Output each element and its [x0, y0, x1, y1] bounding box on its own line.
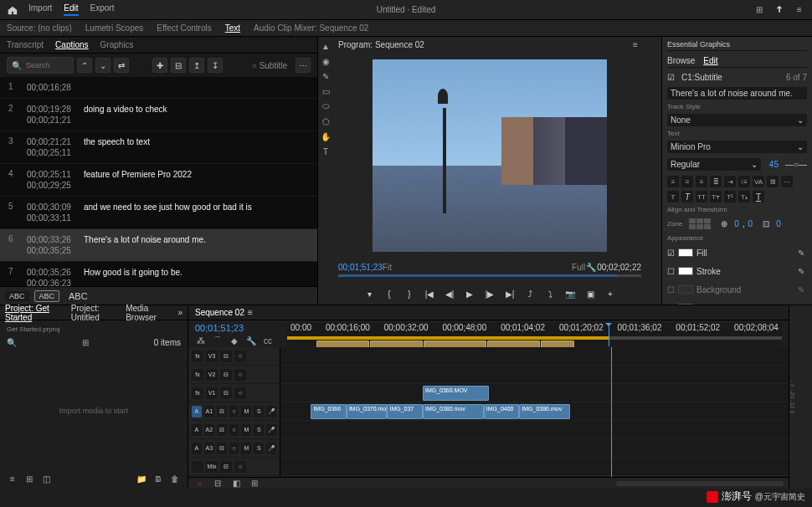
font-size[interactable]: 45: [769, 160, 779, 169]
tab-export[interactable]: Export: [90, 3, 115, 16]
caption-row[interactable]: 600;00;33;2600;00;35;25There's a lot of …: [0, 229, 317, 262]
ellipse-tool-icon[interactable]: ⬭: [320, 100, 331, 112]
caption-search[interactable]: 🔍: [7, 57, 74, 74]
faux-italic-icon[interactable]: T: [681, 191, 693, 202]
bg-swatch[interactable]: [678, 285, 693, 294]
export-frame-icon[interactable]: 📷: [563, 287, 577, 300]
tracking-icon[interactable]: VA: [753, 176, 764, 187]
shadow-eyedrop-icon[interactable]: ✎: [795, 302, 807, 305]
shadow-check[interactable]: ☑: [667, 304, 675, 305]
list-icon[interactable]: ⁝≡: [738, 176, 750, 187]
eg-tab-browse[interactable]: Browse: [667, 56, 695, 65]
track-lane-A1[interactable]: IMG_0366IMG_0370.movIMG_037IMG_0380.movI…: [280, 402, 789, 421]
track-lane-A3[interactable]: [280, 439, 789, 458]
mark-out-icon[interactable]: }: [403, 287, 416, 300]
tab-transcript[interactable]: Transcript: [7, 40, 44, 49]
play-icon[interactable]: ▶: [463, 287, 476, 300]
fill-eyedrop-icon[interactable]: ✎: [795, 247, 807, 259]
time-ruler[interactable]: 00:0000;00;16;0000;00;32;0000;00;48;0000…: [287, 323, 782, 346]
caption-row[interactable]: 400;00;25;1100;00;29;25feature of Premie…: [0, 164, 317, 197]
program-menu-icon[interactable]: ≡: [630, 38, 641, 50]
track-header-V2[interactable]: fxV2⊟○: [188, 366, 280, 384]
proj-tab-2[interactable]: Project: Untitled: [71, 304, 117, 322]
font-style-select[interactable]: Regular⌄: [667, 158, 761, 171]
mark-in-icon[interactable]: {: [383, 287, 396, 300]
clip[interactable]: IMG_0360.MOV: [423, 386, 489, 401]
prev-btn[interactable]: ⌃: [77, 58, 92, 73]
snap-icon[interactable]: ⁂: [195, 335, 207, 346]
btn-plus-icon[interactable]: +: [604, 287, 617, 300]
pos-y[interactable]: 0: [748, 219, 753, 228]
track-header-A2[interactable]: AA2⊟○MS🎤: [188, 421, 280, 439]
pen-tool-icon[interactable]: ✎: [320, 70, 331, 82]
home-icon[interactable]: [7, 4, 18, 16]
caption-row[interactable]: 700;00;35;2600;00;36;23How good is it go…: [0, 262, 317, 286]
track-header-V1[interactable]: fxV1⊟○: [188, 384, 280, 402]
smallcaps-icon[interactable]: Tᴛ: [710, 191, 722, 202]
timeline-timecode[interactable]: 00;01;51;23: [195, 323, 280, 333]
freeform-icon[interactable]: ◫: [40, 473, 52, 484]
align-center-icon[interactable]: ≡: [681, 176, 693, 187]
program-monitor[interactable]: [373, 59, 607, 252]
stroke-swatch[interactable]: [678, 267, 693, 275]
comparison-icon[interactable]: ▣: [583, 287, 597, 300]
list-view-icon[interactable]: ≡: [7, 473, 18, 484]
align-justify-icon[interactable]: ≣: [710, 176, 722, 187]
selection-tool-icon[interactable]: ▲: [320, 40, 331, 52]
track-lane-V2[interactable]: [280, 366, 789, 384]
bg-eyedrop-icon[interactable]: ✎: [795, 284, 807, 295]
bg-check[interactable]: ☐: [667, 285, 675, 294]
track-header-V3[interactable]: fxV3⊟○: [188, 347, 280, 366]
caption-row[interactable]: 300;00;21;2100;00;25;11the speech to tex…: [0, 131, 317, 164]
align-right-icon[interactable]: ≡: [696, 176, 707, 187]
zone-grid[interactable]: [689, 218, 711, 229]
type-tool-icon[interactable]: T: [320, 146, 331, 157]
caption-row[interactable]: 500;00;30;0900;00;33;11and we need to se…: [0, 197, 317, 229]
merge-up-btn[interactable]: ↥: [189, 58, 204, 73]
clip[interactable]: IMG_0386.mov: [519, 404, 570, 419]
hand-direct-icon[interactable]: ◉: [320, 55, 331, 67]
tl-tool2-icon[interactable]: ◧: [230, 478, 242, 489]
abc-2[interactable]: ABC: [34, 290, 60, 302]
new-bin-icon[interactable]: 📁: [136, 473, 147, 484]
playhead-ruler[interactable]: [609, 323, 609, 346]
underline-icon[interactable]: T: [753, 191, 764, 202]
caption-menu-btn[interactable]: ⋯: [296, 58, 311, 73]
current-timecode[interactable]: 00;01;51;23: [338, 263, 383, 272]
caption-row[interactable]: 200;00;19;2800;00;21;21doing a video to …: [0, 99, 317, 131]
shadow-swatch[interactable]: [678, 304, 693, 305]
settings-icon[interactable]: 🔧: [585, 261, 597, 273]
clip[interactable]: IMG_037: [387, 404, 422, 419]
src-tab-source[interactable]: Source: (no clips): [7, 23, 72, 33]
track-lane-Mix[interactable]: [280, 458, 789, 476]
align-left-icon[interactable]: ≡: [667, 176, 679, 187]
lift-icon[interactable]: ⤴: [523, 287, 537, 300]
track-style-select[interactable]: None⌄: [667, 114, 807, 126]
bin-filter-icon[interactable]: ⊞: [80, 336, 91, 348]
extract-icon[interactable]: ⤵: [543, 287, 557, 300]
import-drop-zone[interactable]: Import media to start: [3, 350, 184, 472]
src-tab-lumetri[interactable]: Lumetri Scopes: [85, 23, 143, 33]
proj-tab-1[interactable]: Project: Get Started: [5, 304, 63, 322]
eg-tab-edit[interactable]: Edit: [703, 56, 717, 65]
trash-icon[interactable]: 🗑: [169, 473, 181, 484]
eg-layer[interactable]: C1:Subtitle: [681, 73, 722, 82]
clip[interactable]: IMG_0380.mov: [423, 404, 484, 419]
add-marker-icon[interactable]: ▾: [362, 287, 376, 300]
split-btn[interactable]: ⊟: [171, 58, 186, 73]
subscript-icon[interactable]: T₁: [738, 191, 750, 202]
marker-tool-icon[interactable]: ◆: [229, 335, 240, 346]
abc-1[interactable]: ABC: [5, 291, 29, 301]
search-input[interactable]: [26, 61, 68, 69]
track-header-A1[interactable]: AA1⊟○MS🎤: [188, 402, 280, 421]
track-lane-V3[interactable]: [280, 347, 789, 366]
faux-bold-icon[interactable]: T: [667, 191, 679, 202]
stroke-check[interactable]: ☐: [667, 267, 675, 276]
subtitle-track-label[interactable]: ○ Subtitle: [252, 61, 287, 70]
caption-row[interactable]: 100;00;16;28: [0, 77, 317, 99]
merge-down-btn[interactable]: ↧: [208, 58, 223, 73]
go-in-icon[interactable]: |◀: [423, 287, 436, 300]
abc-3[interactable]: ABC: [64, 290, 92, 302]
stroke-eyedrop-icon[interactable]: ✎: [795, 265, 807, 277]
tl-tool3-icon[interactable]: ⊞: [249, 478, 260, 489]
